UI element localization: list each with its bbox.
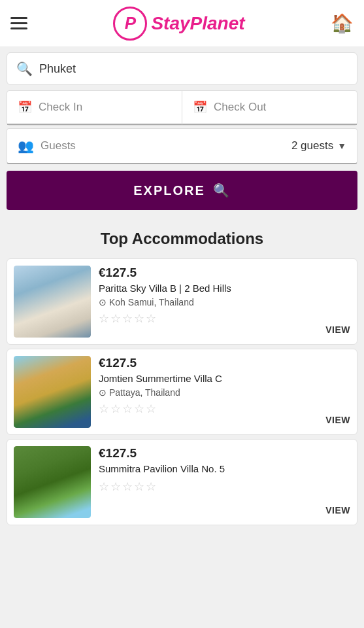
card-image [14, 266, 91, 338]
logo-circle: P [113, 7, 147, 41]
card-name: Jomtien Summertime Villa C [99, 372, 318, 385]
card-right: VIEW [325, 446, 350, 518]
star-3: ☆ [122, 402, 133, 416]
checkout-label: Check Out [214, 101, 266, 114]
card-right: VIEW [325, 356, 350, 428]
hamburger-menu-button[interactable] [10, 17, 27, 29]
section-title: Top Accommodations [0, 217, 364, 254]
property-image [14, 446, 91, 518]
card-image [14, 356, 91, 428]
star-5: ☆ [146, 402, 156, 416]
card-stars: ☆ ☆ ☆ ☆ ☆ [99, 480, 318, 494]
view-button[interactable]: VIEW [325, 412, 350, 428]
accommodation-card: €127.5 Paritta Sky Villa B | 2 Bed Hills… [7, 258, 357, 345]
card-price: €127.5 [99, 266, 318, 280]
card-info: €127.5 Summitra Pavilion Villa No. 5 ☆ ☆… [99, 446, 318, 518]
property-image [14, 266, 91, 338]
guests-count: 2 guests [291, 139, 333, 152]
star-5: ☆ [146, 480, 156, 494]
logo-letter: P [125, 13, 136, 33]
home-icon[interactable]: 🏠 [331, 12, 354, 34]
star-2: ☆ [110, 311, 121, 326]
explore-search-icon: 🔍 [213, 183, 231, 198]
guests-left: 👥 Guests [18, 138, 76, 154]
star-3: ☆ [122, 311, 133, 326]
search-bar: 🔍 [7, 52, 357, 85]
accommodation-card: €127.5 Summitra Pavilion Villa No. 5 ☆ ☆… [7, 439, 357, 525]
star-3: ☆ [122, 480, 133, 494]
star-4: ☆ [134, 480, 144, 494]
explore-label: EXPLORE [133, 183, 205, 198]
card-name: Summitra Pavilion Villa No. 5 [99, 462, 318, 476]
guests-value[interactable]: 2 guests ▼ [291, 139, 346, 152]
star-2: ☆ [110, 402, 121, 416]
logo-name: StayPlanet [151, 13, 244, 34]
location-text: Pattaya, Thailand [109, 387, 180, 398]
guests-icon: 👥 [18, 138, 34, 154]
card-image [14, 446, 91, 518]
star-1: ☆ [99, 480, 109, 494]
calendar-icon: 📅 [18, 100, 32, 114]
card-stars: ☆ ☆ ☆ ☆ ☆ [99, 311, 318, 326]
search-input[interactable] [39, 62, 348, 76]
explore-button[interactable]: EXPLORE 🔍 [7, 171, 357, 210]
property-image [14, 356, 91, 428]
card-price: €127.5 [99, 356, 318, 370]
checkin-label: Check In [39, 101, 82, 114]
logo: P StayPlanet [113, 7, 244, 41]
star-2: ☆ [110, 480, 121, 494]
card-location: ⊙ Pattaya, Thailand [99, 387, 318, 398]
location-icon: ⊙ [99, 297, 107, 307]
star-1: ☆ [99, 311, 109, 326]
view-button[interactable]: VIEW [325, 322, 350, 338]
checkout-field[interactable]: 📅 Check Out [182, 91, 357, 125]
location-text: Koh Samui, Thailand [109, 297, 194, 307]
card-stars: ☆ ☆ ☆ ☆ ☆ [99, 402, 318, 416]
star-1: ☆ [99, 402, 109, 416]
star-4: ☆ [134, 311, 144, 326]
search-icon: 🔍 [16, 61, 33, 77]
guests-label: Guests [41, 139, 76, 152]
guests-row[interactable]: 👥 Guests 2 guests ▼ [7, 128, 357, 164]
checkin-field[interactable]: 📅 Check In [7, 91, 182, 125]
app-header: P StayPlanet 🏠 [0, 0, 364, 47]
card-name: Paritta Sky Villa B | 2 Bed Hills [99, 282, 318, 295]
view-button[interactable]: VIEW [325, 502, 350, 518]
date-row: 📅 Check In 📅 Check Out [7, 90, 357, 126]
card-location: ⊙ Koh Samui, Thailand [99, 297, 318, 307]
chevron-down-icon: ▼ [337, 141, 346, 151]
star-5: ☆ [146, 311, 156, 326]
card-price: €127.5 [99, 446, 318, 461]
card-info: €127.5 Jomtien Summertime Villa C ⊙ Patt… [99, 356, 318, 428]
accommodation-card: €127.5 Jomtien Summertime Villa C ⊙ Patt… [7, 349, 357, 435]
calendar-icon: 📅 [193, 100, 207, 114]
star-4: ☆ [134, 402, 144, 416]
card-right: VIEW [325, 266, 350, 338]
accommodations-list: €127.5 Paritta Sky Villa B | 2 Bed Hills… [0, 258, 364, 525]
card-info: €127.5 Paritta Sky Villa B | 2 Bed Hills… [99, 266, 318, 338]
location-icon: ⊙ [99, 387, 107, 398]
